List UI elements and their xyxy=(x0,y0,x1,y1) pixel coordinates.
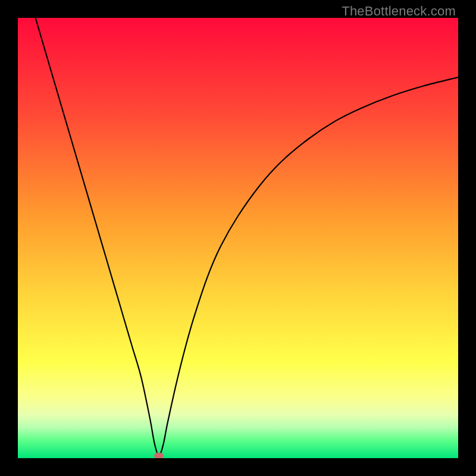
minimum-marker xyxy=(154,453,164,458)
plot-area xyxy=(18,18,458,458)
background-gradient xyxy=(18,18,458,458)
chart-frame: TheBottleneck.com xyxy=(0,0,476,476)
watermark-text: TheBottleneck.com xyxy=(342,4,456,19)
svg-rect-0 xyxy=(18,18,458,458)
